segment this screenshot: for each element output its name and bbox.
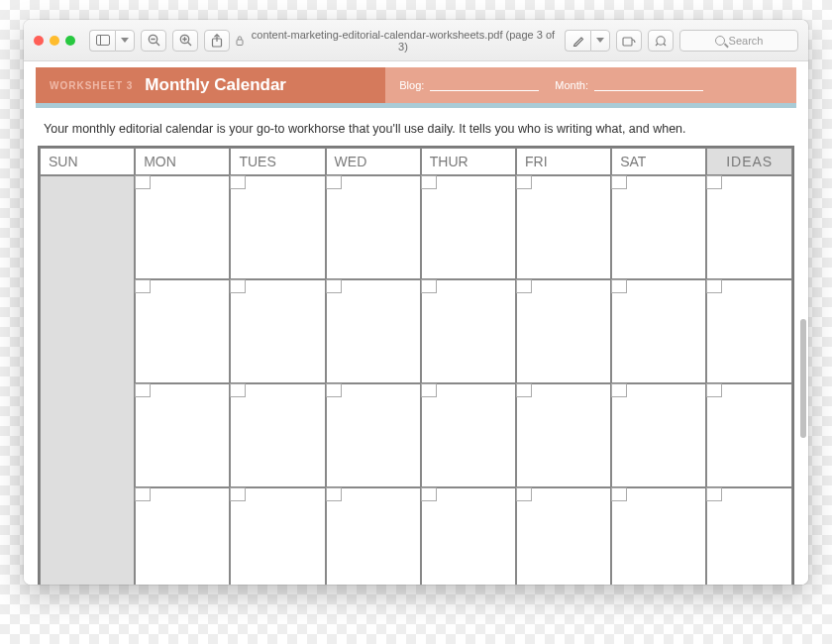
- date-tab: [611, 383, 627, 397]
- markup-icon: [654, 35, 668, 47]
- date-tab: [230, 175, 246, 189]
- calendar-cell: [421, 487, 516, 585]
- zoom-out-icon: [148, 34, 160, 47]
- page-title: Monthly Calendar: [145, 75, 286, 95]
- banner: WORKSHEET 3 Monthly Calendar Blog: Month…: [36, 67, 796, 103]
- date-tab: [516, 487, 532, 501]
- date-tab: [516, 279, 532, 293]
- day-header-thu: THUR: [421, 148, 516, 175]
- vertical-scrollbar[interactable]: [800, 319, 806, 438]
- day-header-sat: SAT: [611, 148, 706, 175]
- date-tab: [421, 175, 437, 189]
- preview-window: content-marketing-editorial-calendar-wor…: [24, 20, 808, 585]
- calendar-cell: [230, 383, 325, 487]
- date-tab: [611, 279, 627, 293]
- calendar-cell: [706, 383, 792, 487]
- day-header-fri: FRI: [516, 148, 611, 175]
- date-tab: [326, 279, 342, 293]
- calendar-cell: [516, 383, 611, 487]
- calendar-cell: [421, 175, 516, 279]
- zoom-in-button[interactable]: [172, 30, 198, 52]
- day-header-wed: WED: [326, 148, 421, 175]
- chevron-down-icon: [596, 38, 604, 43]
- date-tab: [135, 383, 151, 397]
- calendar-cell: [230, 279, 325, 383]
- date-tab: [611, 175, 627, 189]
- rotate-button[interactable]: [616, 30, 642, 52]
- svg-line-3: [156, 43, 159, 47]
- calendar-cell: [706, 175, 792, 279]
- calendar-cell: [326, 279, 421, 383]
- calendar-cell: [135, 279, 230, 383]
- search-field[interactable]: Search: [679, 30, 798, 52]
- calendar-cell: [516, 487, 611, 585]
- minimize-window-button[interactable]: [50, 36, 59, 46]
- sidebar-toggle-group: [89, 30, 135, 52]
- titlebar: content-marketing-editorial-calendar-wor…: [24, 20, 808, 61]
- close-window-button[interactable]: [34, 36, 44, 46]
- calendar-cell: [706, 279, 792, 383]
- calendar-cell: [230, 487, 325, 585]
- calendar-cell: [706, 487, 792, 585]
- banner-right: Blog: Month:: [385, 67, 796, 103]
- subtitle: Your monthly editorial calendar is your …: [36, 108, 796, 146]
- svg-rect-12: [623, 38, 632, 46]
- svg-point-13: [657, 36, 665, 44]
- calendar-cell: [611, 279, 706, 383]
- worksheet-label: WORKSHEET 3: [50, 80, 133, 91]
- annotate-menu-button[interactable]: [590, 30, 610, 52]
- sidebar-menu-button[interactable]: [115, 30, 135, 52]
- lock-icon: [236, 36, 244, 46]
- date-tab: [421, 487, 437, 501]
- pdf-page: WORKSHEET 3 Monthly Calendar Blog: Month…: [36, 67, 796, 585]
- date-tab: [516, 383, 532, 397]
- traffic-lights: [34, 36, 75, 46]
- zoom-out-button[interactable]: [141, 30, 166, 52]
- calendar-cell: [516, 175, 611, 279]
- date-tab: [135, 487, 151, 501]
- pen-icon: [572, 35, 584, 47]
- date-tab: [326, 487, 342, 501]
- calendar-cell: [135, 487, 230, 585]
- ideas-cell: [40, 175, 135, 585]
- day-header-tue: TUES: [230, 148, 325, 175]
- annotate-button[interactable]: [565, 30, 590, 52]
- sidebar-icon: [96, 35, 110, 46]
- date-tab: [326, 383, 342, 397]
- blog-label: Blog:: [399, 79, 424, 91]
- calendar-cell: [611, 487, 706, 585]
- search-icon: [715, 36, 725, 46]
- date-tab: [421, 383, 437, 397]
- date-tab: [706, 175, 722, 189]
- calendar-cell: [230, 175, 325, 279]
- date-tab: [706, 383, 722, 397]
- share-icon: [211, 34, 223, 48]
- month-field: Month:: [555, 79, 703, 91]
- date-tab: [230, 487, 246, 501]
- window-title: content-marketing-editorial-calendar-wor…: [236, 29, 559, 53]
- document-viewport[interactable]: WORKSHEET 3 Monthly Calendar Blog: Month…: [24, 61, 808, 585]
- day-header-sun: SUN: [40, 148, 135, 175]
- zoom-window-button[interactable]: [65, 36, 75, 46]
- blog-input-line: [430, 80, 539, 91]
- svg-line-6: [187, 43, 191, 47]
- calendar-grid: SUN MON TUES WED THUR FRI SAT IDEAS: [38, 146, 794, 585]
- annotate-group: [565, 30, 610, 52]
- day-header-mon: MON: [135, 148, 230, 175]
- date-tab: [230, 279, 246, 293]
- month-label: Month:: [555, 79, 588, 91]
- sidebar-toggle-button[interactable]: [89, 30, 115, 52]
- zoom-in-icon: [179, 34, 192, 47]
- window-title-text: content-marketing-editorial-calendar-wor…: [248, 29, 559, 53]
- calendar-cell: [135, 175, 230, 279]
- rotate-icon: [622, 35, 636, 47]
- markup-button[interactable]: [648, 30, 674, 52]
- date-tab: [706, 279, 722, 293]
- date-tab: [326, 175, 342, 189]
- month-input-line: [594, 80, 703, 91]
- date-tab: [230, 383, 246, 397]
- calendar-cell: [326, 175, 421, 279]
- share-button[interactable]: [204, 30, 230, 52]
- calendar-cell: [421, 383, 516, 487]
- ideas-header: IDEAS: [706, 148, 792, 175]
